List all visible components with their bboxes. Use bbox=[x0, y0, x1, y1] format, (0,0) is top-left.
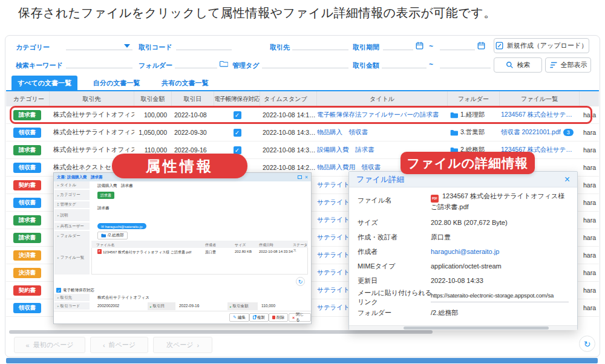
attr-file-author[interactable]: 原口豊 bbox=[205, 250, 216, 255]
category-select[interactable] bbox=[66, 39, 132, 50]
detail-reviser-value: 原口豊 bbox=[431, 233, 569, 242]
attr-category-badge: 請求書 bbox=[97, 192, 114, 199]
category-badge: 領収書 bbox=[13, 163, 41, 173]
attr-refresh-button[interactable]: ↻ bbox=[296, 277, 305, 286]
tab-all-documents[interactable]: すべての文書一覧 bbox=[11, 76, 77, 91]
tab-shared-documents[interactable]: 共有の文書一覧 bbox=[155, 76, 214, 91]
timestamp-cell: 2022-10-08 14:3… bbox=[260, 146, 317, 154]
file-count-badge: 3 bbox=[563, 129, 574, 136]
attr-vendor-value: 株式会社サテライトオフィス bbox=[97, 295, 149, 301]
file-detail-title: ファイル詳細 bbox=[356, 174, 564, 185]
attr-denshi-label: 電子帳簿保存対応 bbox=[63, 288, 94, 293]
date-cell: 2022-09-30 bbox=[172, 129, 214, 136]
owner-cell: hara bbox=[580, 234, 599, 241]
close-icon[interactable]: × bbox=[564, 175, 570, 184]
detail-scrollbar-track bbox=[349, 325, 577, 330]
owner-cell: hara bbox=[580, 181, 599, 189]
amount-to-input[interactable] bbox=[440, 57, 491, 68]
detail-maillink-value[interactable]: https://sateraito-electronic-storage.app… bbox=[431, 291, 569, 302]
keyword-label: 検索キーワード bbox=[16, 61, 63, 70]
edit-button[interactable]: ✎ 編集 bbox=[229, 313, 249, 322]
horizontal-scrollbar[interactable] bbox=[9, 330, 433, 334]
search-button[interactable]: 検索 bbox=[494, 57, 542, 73]
attr-title-label: タイトル bbox=[54, 181, 90, 189]
denshi-checkbox[interactable]: ✓ bbox=[234, 129, 241, 137]
category-badge: 決済書 bbox=[13, 250, 41, 261]
owner-cell: hara bbox=[580, 199, 599, 206]
attr-code-value: 2002002002 bbox=[97, 304, 119, 308]
folder-cell[interactable]: 3.営業部 bbox=[448, 128, 500, 137]
category-badge: 領収書 bbox=[13, 303, 41, 313]
table-row[interactable]: 領収書 株式会社サテライトオフィス 1,050,000 2022-09-30 ✓… bbox=[6, 124, 599, 141]
table-header: カテゴリー 取引先 取引金額 取引日 電子帳簿保存対応 タイムスタンプ タイトル… bbox=[6, 91, 599, 106]
close-button[interactable]: × 閉じる bbox=[289, 313, 311, 322]
title-link[interactable]: 物品購入 領収書 bbox=[317, 128, 448, 137]
delete-button[interactable]: 削除 bbox=[269, 313, 288, 322]
maximize-icon[interactable] bbox=[298, 175, 302, 179]
attr-category-label: カテゴリー bbox=[54, 190, 90, 200]
vendor-cell: 株式会社サテライトオフィス bbox=[50, 146, 134, 154]
header-title: タイトル bbox=[317, 91, 448, 106]
show-all-button[interactable]: 全部表示 bbox=[545, 57, 591, 73]
shared-user-chip[interactable]: ✉ haraguchi@sateraito.jp bbox=[97, 223, 146, 229]
files-cell[interactable]: 領収書 20221001.pdf3 bbox=[500, 128, 580, 137]
prev-page-button[interactable]: ‹ 前ページ bbox=[90, 337, 148, 353]
category-badge: 請求書 bbox=[13, 145, 41, 155]
detail-author-value[interactable]: haraguchi@sateraito.jp bbox=[431, 247, 569, 256]
detail-filename-value: PDF1234567 株式会社サテライトオフィス様 ご請求書.pdf bbox=[431, 192, 569, 212]
amount-cell: 1,050,000 bbox=[134, 129, 172, 136]
category-badge: 契約書 bbox=[13, 285, 41, 296]
attr-date-value: 2022-09-16 bbox=[179, 304, 199, 308]
duplicate-button[interactable]: 複製 bbox=[249, 313, 269, 322]
attr-filelist-label: ファイル一覧 bbox=[54, 241, 90, 275]
tab-my-documents[interactable]: 自分の文書一覧 bbox=[87, 76, 146, 91]
folder-icon[interactable] bbox=[220, 60, 228, 67]
attr-folder-value[interactable]: /2.総務部 bbox=[97, 232, 128, 239]
owner-cell: hara bbox=[580, 216, 599, 224]
pdf-icon: PDF bbox=[431, 195, 439, 203]
header-folder: フォルダー bbox=[448, 91, 500, 106]
owner-cell: hara bbox=[580, 252, 599, 259]
create-upload-button[interactable]: 新規作成（アップロード） bbox=[494, 38, 589, 53]
header-files: ファイル一覧 bbox=[500, 91, 580, 106]
copy-icon bbox=[253, 316, 256, 319]
owner-cell: hara bbox=[580, 164, 599, 171]
header-timestamp: タイムスタンプ bbox=[260, 91, 317, 106]
attr-file-table-header: ファイル名 作成者 サイズ 作成日時 ステータス bbox=[91, 241, 308, 248]
attr-file-name[interactable]: 1234567 株式会社サテライトオフィス様 ご請求書.pdf bbox=[103, 250, 191, 255]
vendor-input[interactable] bbox=[292, 39, 348, 50]
detail-size-value: 202.80 KB (207,672 Byte) bbox=[431, 218, 569, 227]
denshi-checkbox[interactable]: ✓ bbox=[234, 146, 241, 154]
file-detail-dialog: ファイル詳細 × ファイル名 PDF1234567 株式会社サテライトオフィス様… bbox=[348, 171, 578, 330]
calendar-icon[interactable] bbox=[477, 42, 485, 50]
date-cell: 2022-09-16 bbox=[172, 146, 214, 154]
close-icon[interactable]: × bbox=[305, 175, 308, 180]
attr-date-label: 取引日 bbox=[148, 302, 175, 310]
file-details-ribbon: ファイルの詳細情報 bbox=[401, 152, 535, 174]
detail-scrollbar-thumb[interactable] bbox=[404, 327, 549, 330]
attributes-ribbon: 属性情報 bbox=[112, 154, 247, 178]
refresh-button[interactable]: ↻ bbox=[579, 336, 595, 352]
detail-folder-value: /2.総務部 bbox=[431, 308, 569, 317]
first-page-button[interactable]: « 最初のページ bbox=[14, 337, 85, 353]
tag-input[interactable] bbox=[262, 57, 348, 68]
keyword-input[interactable] bbox=[66, 57, 132, 68]
attr-amount-value: 110,000 bbox=[261, 304, 275, 308]
file-link[interactable]: 領収書 20221001.pdf bbox=[501, 128, 561, 135]
folder-input[interactable] bbox=[175, 57, 217, 68]
period-to-input[interactable] bbox=[440, 39, 475, 50]
next-page-button[interactable]: 次ページ › bbox=[153, 337, 212, 353]
trade-code-input[interactable] bbox=[176, 39, 232, 50]
category-badge: 決済書 bbox=[13, 268, 41, 278]
category-badge: 請求書 bbox=[13, 233, 41, 243]
header-date: 取引日 bbox=[172, 91, 214, 106]
period-from-input[interactable] bbox=[383, 39, 413, 50]
amount-from-input[interactable] bbox=[382, 57, 427, 68]
close-x-icon: × bbox=[292, 316, 295, 320]
detail-size-label: サイズ bbox=[358, 218, 434, 227]
calendar-icon[interactable] bbox=[416, 42, 424, 50]
attr-tag-label: 管理タグ bbox=[54, 201, 90, 208]
attr-denshi-checkbox[interactable]: ✓ bbox=[56, 288, 61, 293]
screen: 保存されたファイルをクリックして属性情報やファイル詳細情報の表示が可能です。 カ… bbox=[0, 0, 605, 364]
folder-icon bbox=[450, 129, 458, 136]
